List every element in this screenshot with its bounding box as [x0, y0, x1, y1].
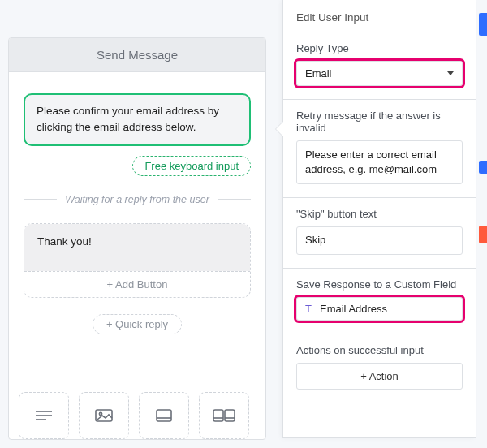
card-icon: [153, 407, 175, 424]
preview-body: Please confirm your email address by cli…: [9, 72, 265, 384]
reply-type-dropdown[interactable]: Email: [296, 61, 463, 86]
reply-message[interactable]: Thank you!: [24, 224, 250, 271]
save-label: Save Response to a Custom Field: [296, 278, 463, 291]
svg-rect-5: [157, 410, 171, 421]
reply-type-value: Email: [305, 67, 332, 80]
svg-text:T: T: [305, 303, 312, 314]
free-input-chip[interactable]: Free keyboard input: [132, 156, 251, 176]
tool-text[interactable]: [19, 392, 69, 439]
reply-type-label: Reply Type: [296, 42, 463, 54]
text-field-icon: T: [304, 303, 315, 314]
section-save-field: Save Response to a Custom Field T Email …: [283, 269, 476, 334]
section-skip: "Skip" button text Skip: [283, 198, 476, 268]
gallery-icon: [212, 407, 236, 424]
content-toolbar: [9, 384, 265, 439]
edge-tab-3[interactable]: [479, 226, 487, 243]
svg-rect-7: [213, 410, 223, 421]
waiting-label: Waiting for a reply from the user: [65, 194, 209, 205]
section-reply-type: Reply Type Email: [283, 32, 476, 100]
retry-label: Retry message if the answer is invalid: [296, 110, 463, 134]
panel-title: Edit User Input: [283, 0, 476, 32]
section-actions: Actions on successful input + Action: [283, 334, 476, 403]
reply-block[interactable]: Thank you! + Add Button: [24, 223, 251, 298]
tool-card[interactable]: [139, 392, 189, 439]
section-retry: Retry message if the answer is invalid P…: [283, 100, 476, 198]
send-message-preview: Send Message Please confirm your email a…: [8, 37, 266, 440]
retry-input[interactable]: Please enter a correct email address, e.…: [296, 140, 463, 184]
add-button[interactable]: + Add Button: [24, 271, 250, 297]
image-icon: [93, 407, 114, 424]
tool-gallery[interactable]: [199, 392, 249, 439]
edge-tab-2[interactable]: [479, 161, 487, 174]
actions-label: Actions on successful input: [296, 344, 463, 356]
skip-label: "Skip" button text: [296, 208, 463, 220]
skip-input[interactable]: Skip: [296, 226, 463, 254]
svg-rect-9: [225, 410, 235, 421]
text-lines-icon: [33, 407, 54, 424]
side-panel: Edit User Input Reply Type Email Retry m…: [282, 0, 476, 438]
message-bubble[interactable]: Please confirm your email address by cli…: [24, 93, 251, 146]
panel-arrow-icon: [276, 122, 283, 136]
custom-field-select[interactable]: T Email Address: [296, 297, 463, 321]
add-action-button[interactable]: + Action: [296, 363, 463, 390]
edge-tab-1[interactable]: [479, 13, 487, 36]
tool-image[interactable]: [79, 392, 129, 439]
waiting-divider: Waiting for a reply from the user: [24, 176, 251, 205]
svg-point-4: [99, 412, 101, 415]
quick-reply-button[interactable]: + Quick reply: [93, 314, 182, 334]
chevron-down-icon: [447, 71, 454, 75]
preview-title: Send Message: [9, 38, 265, 72]
custom-field-value: Email Address: [320, 303, 387, 315]
